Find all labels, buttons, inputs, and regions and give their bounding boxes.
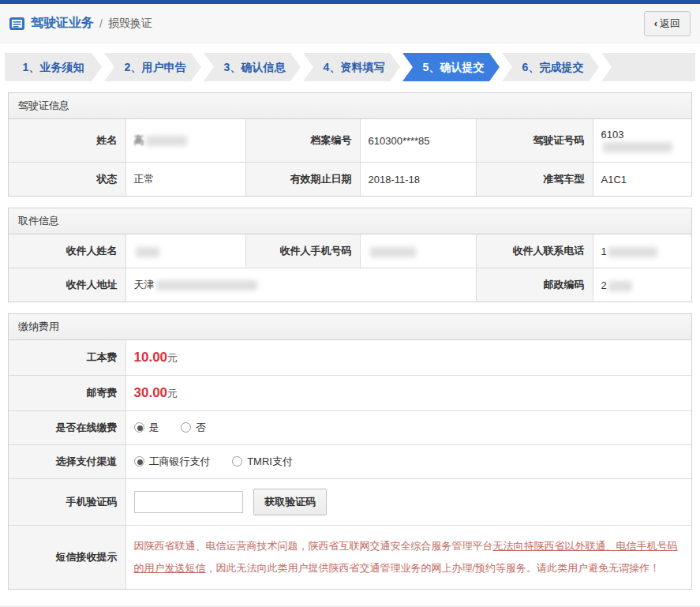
table-row: 状态 正常 有效期止日期 2018-11-18 准驾车型 A1C1 [9,163,691,197]
license-no-label: 驾驶证号码 [476,119,593,163]
radio-online-no[interactable]: 否 [181,422,206,433]
recipient-phone-value: 1 [593,234,691,268]
breadcrumb-current: 损毁换证 [108,17,152,31]
step-4-fill-materials[interactable]: 4、资料填写 [303,53,400,81]
postage-fee-amount: 30.00 [134,385,168,400]
license-info-section: 驾驶证信息 姓名 高 档案编号 610300****85 驾驶证号码 6103 … [8,92,692,197]
vehicle-type-value: A1C1 [593,163,691,197]
back-button-label: 返回 [660,17,680,29]
pickup-info-title: 取件信息 [9,208,691,234]
radio-unchecked-icon [181,422,191,433]
expiry-label: 有效期止日期 [245,163,360,197]
redacted-value [608,281,632,291]
production-fee-label: 工本费 [9,340,125,376]
recipient-name-label: 收件人姓名 [9,234,125,268]
header: 驾驶证业务 / 损毁换证 ‹返回 [0,4,700,43]
table-row: 收件人姓名 收件人手机号码 收件人联系电话 1 [9,234,691,268]
table-row: 是否在线缴费 是 否 [9,411,691,445]
postal-code-value: 2 [593,268,691,302]
online-payment-options: 是 否 [125,411,691,445]
sms-notice-text: 因陕西省联通、电信运营商技术问题，陕西省互联网交通安全综合服务管理平台无法向持陕… [125,526,691,589]
license-info-table: 姓名 高 档案编号 610300****85 驾驶证号码 6103 状态 正常 … [9,119,691,196]
recipient-address-label: 收件人地址 [9,268,125,302]
online-payment-label: 是否在线缴费 [9,411,125,445]
pickup-info-section: 取件信息 收件人姓名 收件人手机号码 收件人联系电话 1 收件人地址 天津 邮政… [8,208,692,302]
status-label: 状态 [9,163,125,197]
payment-section: 缴纳费用 工本费 10.00元 邮寄费 30.00元 是否在线缴费 是 否 选择… [8,313,692,590]
expiry-value: 2018-11-18 [360,163,476,197]
recipient-name-value [125,234,245,268]
sms-code-input[interactable] [134,491,243,513]
file-no-value: 610300****85 [360,119,476,163]
radio-unchecked-icon [232,456,242,466]
file-no-label: 档案编号 [245,119,360,163]
payment-channel-label: 选择支付渠道 [9,445,125,479]
step-6-complete-submit[interactable]: 6、完成提交 [502,53,599,81]
recipient-address-value: 天津 [125,268,476,302]
redacted-value [603,142,672,152]
license-no-value: 6103 [593,119,691,163]
step-3-confirm-info[interactable]: 3、确认信息 [204,53,301,81]
table-row: 手机验证码 获取验证码 [9,479,691,526]
step-bar-filler [601,53,695,81]
redacted-value [608,247,657,257]
fee-unit: 元 [167,388,178,399]
page-title: 驾驶证业务 [31,15,94,32]
license-business-icon [9,17,24,30]
name-label: 姓名 [9,119,125,163]
payment-table: 工本费 10.00元 邮寄费 30.00元 是否在线缴费 是 否 选择支付渠道 … [9,340,691,589]
license-info-title: 驾驶证信息 [9,93,691,119]
breadcrumb-separator: / [99,17,103,30]
sms-code-label: 手机验证码 [9,479,125,526]
pickup-info-table: 收件人姓名 收件人手机号码 收件人联系电话 1 收件人地址 天津 邮政编码 2 [9,234,691,302]
production-fee-amount: 10.00 [134,350,168,365]
name-value: 高 [125,119,245,163]
redacted-value [136,247,159,257]
recipient-mobile-value [360,234,476,268]
radio-online-yes[interactable]: 是 [134,422,159,433]
postage-fee-value: 30.00元 [125,376,691,411]
table-row: 工本费 10.00元 [9,340,691,376]
redacted-value [156,280,257,290]
step-2-user-declaration[interactable]: 2、用户申告 [104,53,201,81]
table-row: 选择支付渠道 工商银行支付 TMRI支付 [9,445,691,479]
table-row: 邮寄费 30.00元 [9,376,691,411]
redacted-value [146,136,187,146]
recipient-mobile-label: 收件人手机号码 [245,234,360,268]
step-1-business-notice[interactable]: 1、业务须知 [5,53,102,81]
step-5-confirm-submit[interactable]: 5、确认提交 [402,53,500,81]
redacted-value [370,247,416,257]
production-fee-value: 10.00元 [125,340,691,376]
postal-code-label: 邮政编码 [476,268,593,302]
radio-checked-icon [134,422,144,433]
back-button[interactable]: ‹返回 [644,11,691,36]
radio-checked-icon [134,456,144,466]
table-row: 短信接收提示 因陕西省联通、电信运营商技术问题，陕西省互联网交通安全综合服务管理… [9,526,691,589]
chevron-left-icon: ‹ [654,17,657,29]
step-wizard: 1、业务须知 2、用户申告 3、确认信息 4、资料填写 5、确认提交 6、完成提… [5,53,695,81]
radio-channel-tmri[interactable]: TMRI支付 [232,455,293,467]
sms-notice-label: 短信接收提示 [9,526,125,589]
radio-channel-icbc[interactable]: 工商银行支付 [134,455,211,467]
payment-title: 缴纳费用 [9,314,691,340]
table-row: 收件人地址 天津 邮政编码 2 [9,268,691,302]
postage-fee-label: 邮寄费 [9,376,125,411]
fee-unit: 元 [167,352,178,364]
status-value: 正常 [125,163,245,197]
sms-code-row: 获取验证码 [125,479,691,526]
vehicle-type-label: 准驾车型 [476,163,593,197]
payment-channel-options: 工商银行支付 TMRI支付 [125,445,691,479]
table-row: 姓名 高 档案编号 610300****85 驾驶证号码 6103 [9,119,691,163]
recipient-phone-label: 收件人联系电话 [476,234,593,268]
get-code-button[interactable]: 获取验证码 [253,489,327,515]
